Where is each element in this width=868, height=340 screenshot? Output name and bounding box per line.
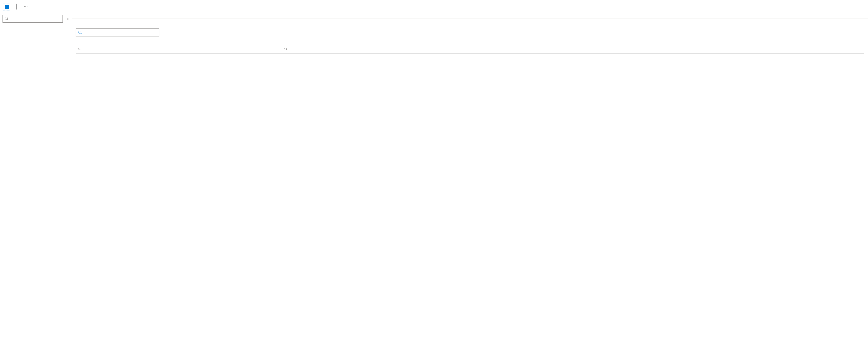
svg-rect-0 xyxy=(5,5,9,9)
more-menu-icon[interactable]: ··· xyxy=(24,4,28,9)
filter-by-name-input[interactable] xyxy=(84,31,157,35)
svg-point-1 xyxy=(5,17,7,19)
filter-by-name[interactable] xyxy=(75,28,159,37)
toolbar xyxy=(72,14,868,19)
sort-icon[interactable]: ↑↓ xyxy=(77,47,81,51)
sidebar-search[interactable] xyxy=(2,15,63,23)
sort-icon[interactable]: ↑↓ xyxy=(284,47,287,51)
main-content: ↑↓ ↑↓ xyxy=(72,12,868,340)
filter-pills xyxy=(72,19,868,24)
sidebar: « xyxy=(0,12,72,340)
item-count xyxy=(72,38,868,44)
page-header: | ··· xyxy=(0,0,868,12)
filter-search-icon xyxy=(78,30,82,35)
svg-line-2 xyxy=(7,19,8,20)
svg-point-3 xyxy=(79,31,81,33)
service-icon xyxy=(3,4,10,11)
svg-line-4 xyxy=(81,33,82,34)
sidebar-search-input[interactable] xyxy=(10,17,61,21)
instances-table: ↑↓ ↑↓ xyxy=(72,44,868,54)
col-name[interactable]: ↑↓ xyxy=(75,47,127,51)
col-restore-point[interactable]: ↑↓ xyxy=(282,47,334,51)
table-header-row: ↑↓ ↑↓ xyxy=(75,44,864,54)
collapse-sidebar-icon[interactable]: « xyxy=(64,17,71,21)
search-icon xyxy=(4,17,8,21)
page-subtitle: | xyxy=(16,2,18,10)
